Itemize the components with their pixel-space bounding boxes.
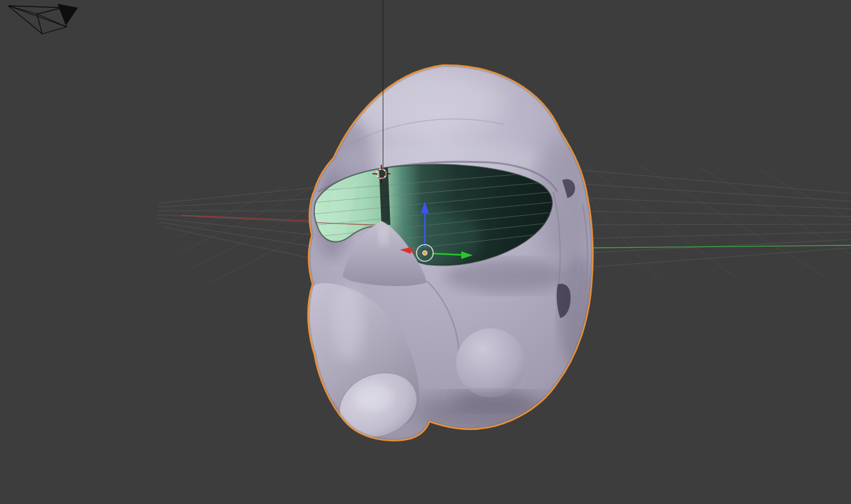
cheek-pod — [456, 328, 525, 397]
3d-viewport[interactable] — [0, 0, 851, 504]
cheek-pod-shadow — [454, 391, 530, 411]
snout-highlight — [332, 284, 365, 361]
snout-cap-highlight — [355, 383, 393, 411]
object-origin-dot — [423, 251, 427, 256]
viewport-canvas[interactable] — [0, 0, 851, 504]
nose-highlight — [378, 224, 388, 247]
gizmo-x-shaft[interactable] — [411, 251, 417, 252]
